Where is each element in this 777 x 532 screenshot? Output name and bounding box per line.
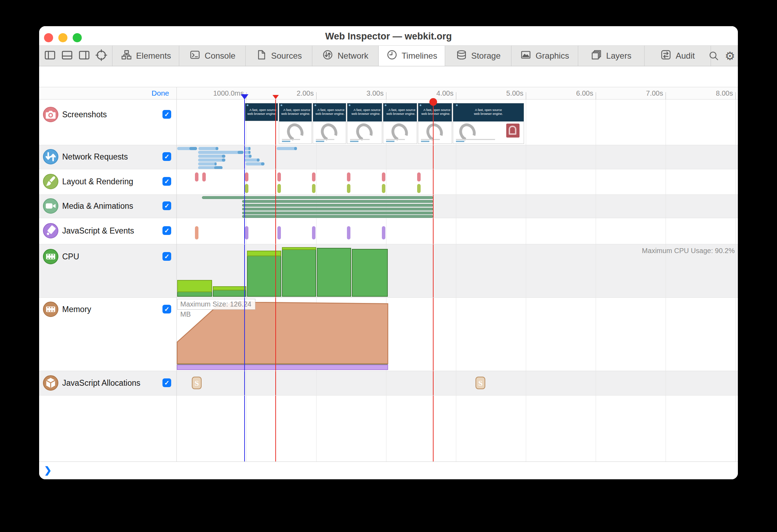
media-animation-bar[interactable] xyxy=(202,196,433,199)
screenshot-thumbnail[interactable]: A fast, open source web browser engine. xyxy=(418,103,452,144)
network-request-bar[interactable] xyxy=(198,147,218,150)
red-marker-line[interactable] xyxy=(433,99,434,461)
script-event-tick[interactable] xyxy=(382,226,385,239)
sidebar-row-network[interactable]: Network Requests✓ xyxy=(39,145,176,169)
red-marker-line[interactable] xyxy=(275,99,276,461)
media-animation-bar[interactable] xyxy=(242,215,433,218)
cpu-usage-bar[interactable] xyxy=(317,248,351,297)
paint-event-tick[interactable] xyxy=(312,184,315,193)
screenshot-thumbnail[interactable]: A fast, open source web browser engine. xyxy=(453,103,524,144)
element-picker-icon[interactable] xyxy=(95,49,108,63)
network-request-bar[interactable] xyxy=(198,151,244,154)
done-button[interactable]: Done xyxy=(123,89,169,97)
heap-snapshot-marker[interactable]: S xyxy=(475,377,485,389)
media-animation-bar[interactable] xyxy=(242,212,433,214)
script-event-tick[interactable] xyxy=(347,226,350,239)
paint-event-tick[interactable] xyxy=(347,184,350,193)
media-animation-bar[interactable] xyxy=(242,208,433,210)
script-event-tick[interactable] xyxy=(195,226,198,239)
media-animation-bar[interactable] xyxy=(242,204,433,207)
tab-network[interactable]: Network xyxy=(312,46,379,66)
network-request-bar[interactable] xyxy=(245,151,250,154)
cpu-usage-bar[interactable] xyxy=(247,256,281,297)
gear-icon[interactable]: ⚙ xyxy=(725,50,735,62)
timeline-sidebar: Screenshots✓Network Requests✓Layout & Re… xyxy=(39,99,176,461)
layout-event-tick[interactable] xyxy=(277,172,281,182)
cpu-usage-bar[interactable] xyxy=(247,251,281,256)
network-request-bar[interactable] xyxy=(198,162,217,165)
screenshots-checkbox[interactable]: ✓ xyxy=(162,110,171,119)
sidebar-row-alloc[interactable]: JavaScript Allocations✓ xyxy=(39,371,176,395)
cpu-usage-bar[interactable] xyxy=(282,247,316,250)
network-request-bar[interactable] xyxy=(245,158,260,162)
panel-right-icon[interactable] xyxy=(78,49,90,63)
layout-event-tick[interactable] xyxy=(202,172,206,182)
cpu-usage-bar[interactable] xyxy=(352,249,388,297)
cpu-usage-bar[interactable] xyxy=(213,286,246,290)
panel-left-icon[interactable] xyxy=(44,49,56,63)
paint-event-tick[interactable] xyxy=(417,184,421,193)
network-request-bar[interactable] xyxy=(245,147,250,150)
screenshot-thumbnail[interactable]: A fast, open source web browser engine. xyxy=(347,103,382,144)
tab-timelines[interactable]: Timelines xyxy=(379,46,445,66)
network-checkbox[interactable]: ✓ xyxy=(162,152,171,161)
playhead-circle[interactable] xyxy=(429,98,437,106)
tab-storage[interactable]: Storage xyxy=(445,46,511,66)
jse-checkbox[interactable]: ✓ xyxy=(162,226,171,235)
layout-event-tick[interactable] xyxy=(347,172,350,182)
timeline-chart[interactable]: Maximum Size: 126.24 MB Maximum CPU Usag… xyxy=(176,99,738,461)
script-event-tick[interactable] xyxy=(312,226,315,239)
tab-sources[interactable]: Sources xyxy=(246,46,312,66)
tab-elements[interactable]: Elements xyxy=(113,46,179,66)
network-request-bar[interactable] xyxy=(198,158,225,162)
layout-event-tick[interactable] xyxy=(417,172,421,182)
cpu-usage-bar[interactable] xyxy=(213,290,246,297)
cpu-usage-bar[interactable] xyxy=(282,250,316,297)
memory-checkbox[interactable]: ✓ xyxy=(162,305,171,313)
layout-event-tick[interactable] xyxy=(195,172,198,182)
screenshot-thumbnail[interactable]: A fast, open source web browser engine. xyxy=(279,103,312,144)
paint-event-tick[interactable] xyxy=(382,184,385,193)
sidebar-row-jse[interactable]: JavaScript & Events✓ xyxy=(39,218,176,244)
sidebar-row-screenshots[interactable]: Screenshots✓ xyxy=(39,99,176,145)
network-request-bar[interactable] xyxy=(177,147,197,150)
network-request-bar[interactable] xyxy=(246,162,264,165)
tab-layers[interactable]: Layers xyxy=(578,46,645,66)
current-time-marker-line[interactable] xyxy=(244,99,245,461)
expand-chevron-icon[interactable]: ❯ xyxy=(44,465,52,476)
sidebar-row-cpu[interactable]: CPU✓ xyxy=(39,244,176,297)
cpu-usage-bar[interactable] xyxy=(177,292,212,297)
sidebar-row-layout[interactable]: Layout & Rendering✓ xyxy=(39,169,176,194)
script-event-tick[interactable] xyxy=(277,226,281,239)
blue-marker-triangle[interactable] xyxy=(241,94,248,99)
timeline-ruler[interactable]: Done 1000.0ms2.00s3.00s4.00s5.00s6.00s7.… xyxy=(39,87,738,99)
layout-event-tick[interactable] xyxy=(312,172,315,182)
tab-graphics[interactable]: Graphics xyxy=(511,46,578,66)
cpu-usage-bar[interactable] xyxy=(177,280,212,292)
sidebar-row-memory[interactable]: Memory✓ xyxy=(39,297,176,371)
media-animation-bar[interactable] xyxy=(242,200,433,203)
screenshot-thumbnail[interactable]: A fast, open source web browser engine. xyxy=(313,103,346,144)
ruler-label: 1000.0ms xyxy=(213,89,244,97)
network-request-bar[interactable] xyxy=(277,147,297,150)
media-checkbox[interactable]: ✓ xyxy=(162,201,171,210)
network-request-bar[interactable] xyxy=(245,155,252,158)
layout-event-tick[interactable] xyxy=(245,172,248,182)
tab-console[interactable]: Console xyxy=(179,46,246,66)
paint-event-tick[interactable] xyxy=(245,184,248,193)
layout-checkbox[interactable]: ✓ xyxy=(162,177,171,186)
cpu-checkbox[interactable]: ✓ xyxy=(162,252,171,261)
sidebar-row-media[interactable]: Media & Animations✓ xyxy=(39,194,176,218)
screenshot-thumbnail[interactable]: A fast, open source web browser engine. xyxy=(383,103,417,144)
tab-audit[interactable]: Audit xyxy=(645,46,711,66)
heap-snapshot-marker[interactable]: S xyxy=(192,377,202,389)
paint-event-tick[interactable] xyxy=(277,184,281,193)
red-marker-triangle[interactable] xyxy=(273,95,279,99)
search-icon[interactable] xyxy=(709,51,719,61)
layout-event-tick[interactable] xyxy=(382,172,385,182)
script-event-tick[interactable] xyxy=(245,226,248,239)
panel-bottom-icon[interactable] xyxy=(61,49,73,63)
network-request-bar[interactable] xyxy=(198,155,225,158)
alloc-checkbox[interactable]: ✓ xyxy=(162,378,171,387)
screenshot-thumbnail[interactable]: A fast, open source web browser engine. xyxy=(245,103,278,121)
